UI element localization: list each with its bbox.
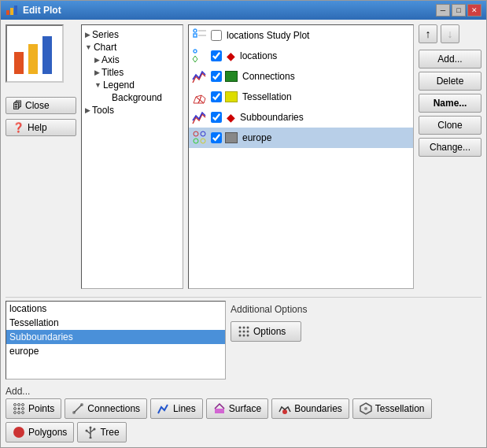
chart-item-connections[interactable]: Connections [189, 66, 413, 87]
chart-item-europe[interactable]: europe [189, 128, 413, 148]
europe-label: europe [242, 132, 271, 143]
items-list-panel[interactable]: locations Tessellation Subboundaries eur… [6, 301, 226, 380]
lines-icon [157, 402, 170, 415]
svg-point-32 [14, 404, 17, 406]
svg-point-52 [90, 437, 92, 439]
chart-list-panel[interactable]: locations Study Plot ◆ locations [188, 24, 414, 289]
close-label: Close [25, 100, 50, 111]
svg-point-10 [194, 50, 197, 53]
delete-button[interactable]: Delete [419, 72, 481, 91]
help-button[interactable]: ❓ Help [6, 119, 76, 136]
move-up-button[interactable]: ↑ [419, 24, 437, 43]
list-row-locations[interactable]: locations [6, 302, 225, 316]
chart-item-subboundaries[interactable]: ◆ Subboundaries [189, 107, 413, 128]
tools-arrow: ▶ [85, 106, 90, 114]
tree-label: Tree [100, 427, 119, 438]
close-button[interactable]: 🗐 Close [6, 97, 76, 114]
options-label: Options [253, 326, 286, 337]
polygons-label: Polygons [28, 427, 67, 438]
section-divider [6, 297, 481, 298]
svg-point-35 [14, 408, 17, 410]
svg-point-39 [18, 412, 20, 414]
chart-item-locations[interactable]: ◆ locations [189, 46, 413, 66]
legend-label: Legend [103, 80, 135, 91]
tree-icon [84, 426, 97, 439]
titlebar: Edit Plot ─ □ ✕ [1, 1, 486, 20]
options-button[interactable]: Options [231, 321, 301, 342]
chart-item-tessellation[interactable]: Tessellation [189, 87, 413, 107]
connections-checkbox[interactable] [211, 71, 222, 82]
svg-rect-2 [14, 6, 17, 15]
move-down-button[interactable]: ↓ [441, 24, 459, 43]
svg-rect-4 [28, 44, 38, 74]
tree-item-titles[interactable]: ▶ Titles [94, 66, 179, 79]
europe-checkbox[interactable] [211, 132, 222, 143]
additional-options-label: Additional Options [231, 301, 481, 317]
svg-rect-1 [10, 8, 13, 15]
add-surface-button[interactable]: Surface [206, 398, 268, 419]
list-row-europe[interactable]: europe [6, 344, 225, 358]
add-polygons-button[interactable]: Polygons [6, 422, 74, 442]
tree-item-series[interactable]: ▶ Series [85, 28, 179, 41]
svg-rect-3 [14, 52, 24, 74]
lines-label: Lines [173, 403, 196, 414]
window-close-button[interactable]: ✕ [467, 4, 481, 17]
tree-item-axis[interactable]: ▶ Axis [94, 54, 179, 66]
add-section-label: Add... [6, 386, 30, 397]
study-checkbox[interactable] [211, 30, 222, 41]
list-label-tessellation: Tessellation [9, 317, 59, 328]
add-boundaries-button[interactable]: Boundaries [271, 398, 349, 419]
axis-arrow: ▶ [94, 56, 100, 64]
svg-point-20 [201, 131, 205, 136]
svg-rect-0 [6, 10, 9, 15]
svg-point-36 [18, 408, 20, 410]
svg-point-29 [239, 335, 242, 337]
name-button[interactable]: Name... [419, 94, 481, 113]
maximize-button[interactable]: □ [452, 4, 466, 17]
locations-checkbox[interactable] [211, 50, 222, 61]
tessellation-add-label: Tessellation [375, 403, 425, 414]
clone-button[interactable]: Clone [419, 116, 481, 135]
chart-preview [6, 24, 64, 83]
add-tree-button[interactable]: Tree [77, 422, 126, 442]
subboundaries-checkbox[interactable] [211, 112, 222, 123]
change-button[interactable]: Change... [419, 138, 481, 157]
add-lines-button[interactable]: Lines [150, 398, 203, 419]
arrow-row: ↑ ↓ [419, 24, 481, 43]
add-tessellation-button[interactable]: Tessellation [352, 398, 432, 419]
svg-rect-5 [42, 36, 52, 74]
tessellation-checkbox[interactable] [211, 91, 222, 102]
tree-item-legend[interactable]: ▼ Legend [94, 79, 179, 91]
tessellation-icon [192, 89, 208, 105]
tree-item-chart[interactable]: ▼ Chart [85, 41, 179, 54]
add-section-label-row: Add... [1, 384, 486, 398]
svg-point-40 [22, 412, 24, 414]
europe-color-swatch [225, 132, 238, 143]
svg-point-37 [22, 408, 24, 410]
svg-line-11 [195, 56, 197, 59]
tree-item-background[interactable]: Background [104, 91, 179, 104]
connections-label: Connections [242, 71, 295, 82]
list-row-subboundaries[interactable]: Subboundaries [6, 330, 225, 344]
svg-point-24 [243, 327, 245, 329]
close-icon: 🗐 [13, 100, 22, 111]
polygons-icon [13, 426, 25, 439]
tree-item-tools[interactable]: ▶ Tools [85, 104, 179, 117]
boundaries-label: Boundaries [294, 403, 342, 414]
tree-panel[interactable]: ▶ Series ▼ Chart ▶ Axis ▶ Titles ▼ Legen… [81, 24, 183, 289]
chart-item-study[interactable]: locations Study Plot [189, 25, 413, 46]
minimize-button[interactable]: ─ [436, 4, 450, 17]
svg-point-22 [201, 139, 205, 143]
add-points-button[interactable]: Points [6, 398, 61, 419]
tessellation-add-icon [360, 402, 372, 415]
points-label: Points [28, 403, 54, 414]
add-button[interactable]: Add... [419, 50, 481, 68]
series-label: Series [92, 29, 119, 40]
svg-point-27 [243, 331, 245, 333]
add-connections-button[interactable]: Connections [65, 398, 147, 419]
list-row-tessellation[interactable]: Tessellation [6, 316, 225, 330]
svg-point-6 [194, 29, 197, 32]
edit-plot-window: Edit Plot ─ □ ✕ 🗐 Close [0, 0, 487, 448]
connections-add-icon [72, 402, 84, 415]
app-icon [6, 4, 18, 17]
